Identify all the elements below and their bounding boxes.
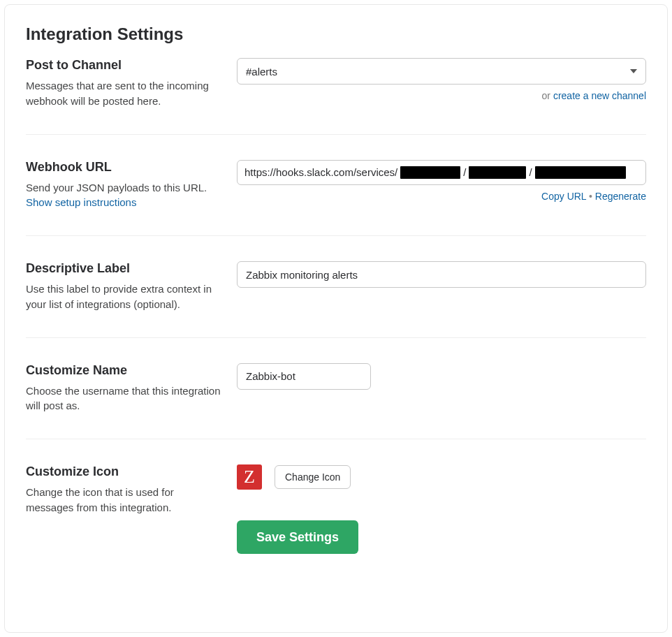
regenerate-link[interactable]: Regenerate: [595, 191, 646, 202]
section-desc: Choose the username that this integratio…: [26, 383, 223, 414]
descriptive-label-input[interactable]: [237, 261, 646, 288]
save-settings-button[interactable]: Save Settings: [237, 520, 358, 554]
customize-name-input[interactable]: [237, 363, 371, 390]
slash: /: [529, 166, 532, 178]
integration-settings-card: Integration Settings Post to Channel Mes…: [4, 4, 668, 633]
section-left: Webhook URL Send your JSON payloads to t…: [26, 160, 237, 211]
section-customize-name: Customize Name Choose the username that …: [26, 337, 646, 439]
section-desc: Messages that are sent to the incoming w…: [26, 78, 223, 109]
section-title: Customize Icon: [26, 464, 223, 479]
webhook-url-prefix: https://hooks.slack.com/services/: [244, 166, 397, 178]
save-row: Save Settings: [237, 520, 646, 554]
redacted-segment: [535, 166, 626, 179]
section-title: Post to Channel: [26, 58, 223, 73]
section-desc: Send your JSON payloads to this URL. Sho…: [26, 180, 223, 211]
or-text: or: [542, 90, 553, 101]
create-channel-link[interactable]: create a new channel: [553, 90, 646, 101]
slash: /: [463, 166, 466, 178]
section-post-to-channel: Post to Channel Messages that are sent t…: [26, 58, 646, 134]
icon-row: Z Change Icon: [237, 464, 646, 490]
section-desc-text: Send your JSON payloads to this URL.: [26, 182, 207, 193]
section-right: [237, 363, 646, 390]
section-right: #alerts or create a new channel: [237, 58, 646, 101]
channel-select[interactable]: #alerts: [237, 58, 646, 85]
section-title: Descriptive Label: [26, 261, 223, 276]
copy-url-link[interactable]: Copy URL: [541, 191, 586, 202]
integration-icon-preview: Z: [237, 464, 262, 490]
section-title: Webhook URL: [26, 160, 223, 175]
section-desc: Change the icon that is used for message…: [26, 485, 223, 515]
channel-select-value: #alerts: [246, 66, 277, 78]
page-title: Integration Settings: [26, 24, 646, 44]
section-right: Z Change Icon Save Settings: [237, 464, 646, 554]
chevron-down-icon: [630, 69, 637, 73]
change-icon-button[interactable]: Change Icon: [275, 465, 351, 489]
section-left: Post to Channel Messages that are sent t…: [26, 58, 237, 109]
section-webhook-url: Webhook URL Send your JSON payloads to t…: [26, 134, 646, 236]
integration-icon-letter: Z: [244, 468, 255, 486]
redacted-segment: [469, 166, 526, 179]
section-left: Customize Name Choose the username that …: [26, 363, 237, 414]
section-descriptive-label: Descriptive Label Use this label to prov…: [26, 235, 646, 337]
redacted-segment: [400, 166, 460, 179]
section-right: https://hooks.slack.com/services/// Copy…: [237, 160, 646, 202]
section-desc: Use this label to provide extra context …: [26, 281, 223, 312]
section-left: Customize Icon Change the icon that is u…: [26, 464, 237, 515]
section-customize-icon: Customize Icon Change the icon that is u…: [26, 439, 646, 579]
section-left: Descriptive Label Use this label to prov…: [26, 261, 237, 312]
show-setup-instructions-link[interactable]: Show setup instructions: [26, 196, 136, 208]
section-right: [237, 261, 646, 288]
webhook-url-input[interactable]: https://hooks.slack.com/services///: [237, 160, 646, 185]
create-channel-row: or create a new channel: [237, 90, 646, 101]
section-title: Customize Name: [26, 363, 223, 378]
separator: •: [586, 191, 595, 202]
webhook-actions: Copy URL • Regenerate: [237, 191, 646, 202]
